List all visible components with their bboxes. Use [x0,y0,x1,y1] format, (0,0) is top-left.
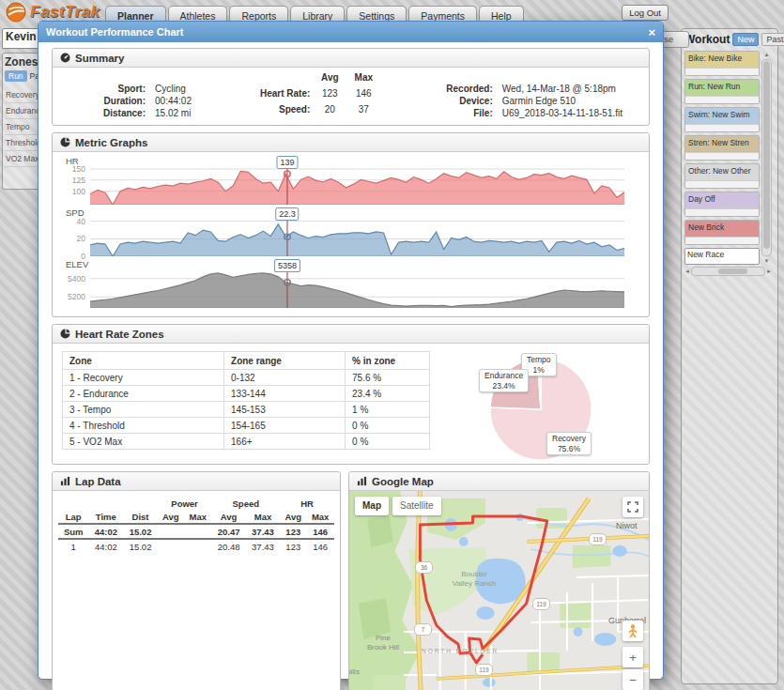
hr-zones-table: Zone Zone range % in zone 1 - Recovery0-… [62,351,430,450]
axis-tick-label: 5200 [68,292,85,301]
race-select[interactable]: New Race [684,248,760,265]
summary-col-2: AvgMax Heart Rate:123146 Speed:2037 [260,72,377,118]
card-label: Stren: New Stren [685,136,759,152]
google-map-panel: Google Map [348,471,650,690]
map-canvas[interactable]: NiwotGunbarrelBoulderValley RanchPineBro… [349,491,649,690]
hr-chart-label: HR [66,156,649,168]
spd-chart-label: SPD [66,207,649,220]
workout-tab-new[interactable]: New [732,33,759,46]
workout-sidebar-title: Workout [684,33,730,46]
elev-area-chart[interactable]: 5358 [90,271,624,308]
logout-button[interactable]: Log Out [622,5,669,21]
summary-value: 00:44:02 [155,96,192,106]
table-row: 5 - VO2 Max166+0 % [63,434,430,450]
zoom-in-button[interactable]: + [623,647,643,667]
card-body [685,124,759,131]
workout-performance-modal: Workout Performance Chart × Summary Spor… [38,21,664,680]
workout-card-bike[interactable]: Bike: New Bike [684,51,760,76]
hr-zones-body: Zone Zone range % in zone 1 - Recovery0-… [53,351,649,464]
bar-chart-icon [60,476,70,486]
card-body [685,208,759,216]
workout-card-brick[interactable]: New Brick [684,220,760,245]
workout-card-dayoff[interactable]: Day Off [684,192,760,217]
workout-sidebar: Workout New Past Bike: New Bike Run: New… [681,28,778,684]
scroll-left-icon[interactable]: ◄ [684,268,690,274]
scroll-right-icon[interactable]: ► [766,268,772,274]
zone-item-tempo[interactable]: Tempo [5,119,38,135]
avg-header: Avg [315,72,344,86]
table-row: 4 - Threshold154-1650 % [63,418,430,434]
summary-title: Summary [75,53,124,64]
summary-col-1: Sport:Cycling Duration:00:44:02 Distance… [103,84,192,118]
card-body [685,68,759,75]
summary-value: 20 [315,104,344,118]
summary-label: Speed: [260,104,310,118]
map-type-button[interactable]: Map [355,497,389,515]
summary-value: 15.02 mi [155,108,192,118]
zone-tab-run[interactable]: Run [5,70,27,82]
summary-panel: Summary Sport:Cycling Duration:00:44:02 … [52,48,650,126]
bar-chart-icon [357,476,367,486]
table-row: 2 - Endurance133-14423.4 % [63,386,430,402]
summary-value: 123 [315,88,344,102]
summary-value: Cycling [155,84,192,94]
summary-label: Sport: [103,84,146,94]
workout-card-run[interactable]: Run: New Run [684,79,760,104]
modal-title: Workout Performance Chart [46,26,648,38]
table-row: 3 - Tempo145-1531 % [63,402,430,418]
zone-item-endurance[interactable]: Endurance [5,103,38,119]
zones-title: Zones [5,55,38,69]
horizontal-scrollbar[interactable]: ◄ ► [684,267,772,276]
workout-card-stren[interactable]: Stren: New Stren [684,135,760,161]
modal-body: Summary Sport:Cycling Duration:00:44:02 … [38,42,663,690]
scroll-up-icon[interactable]: ▲ [764,51,770,58]
pie-chart-icon [60,137,70,147]
pie-label-endurance: Endurance23.4% [479,369,529,392]
scroll-thumb-h[interactable] [718,268,747,274]
street-view-pegman-icon[interactable] [623,621,643,641]
hr-area-chart[interactable]: 139 [90,168,624,205]
zoom-out-button[interactable]: − [623,669,643,690]
card-body [685,152,759,160]
modal-close-icon[interactable]: × [648,26,655,38]
zone-item-recovery[interactable]: Recovery [5,87,38,103]
spd-area-chart[interactable]: 22.3 [90,220,624,256]
summary-body: Sport:Cycling Duration:00:44:02 Distance… [53,68,649,125]
workout-card-other[interactable]: Other: New Other [684,163,760,189]
workout-card-list: Bike: New Bike Run: New Run Swim: New Sw… [684,51,760,265]
highway-shield: 119 [475,664,493,676]
axis-tick-label: 40 [77,217,85,226]
chart-cursor-tooltip: 5358 [274,259,300,272]
max-header: Max [349,72,377,86]
modal-header[interactable]: Workout Performance Chart × [38,22,663,42]
fullscreen-icon[interactable] [623,497,643,517]
vertical-scrollbar[interactable]: ▲ ▼ [761,51,772,265]
workout-tab-past[interactable]: Past [761,33,784,46]
satellite-button[interactable]: Satellite [392,497,441,515]
summary-label: Heart Rate: [260,88,310,102]
group-header-speed: Speed [211,497,280,510]
scroll-thumb[interactable] [763,61,770,249]
scroll-down-icon[interactable]: ▼ [764,257,770,265]
card-label: New Brick [685,221,759,237]
zone-item-vo2max[interactable]: VO2 Max [5,151,38,167]
app-root: FastTrak Planner Athletes Reports Librar… [0,0,784,690]
brand-name: FastTrak [30,3,100,22]
summary-label: Duration: [103,96,146,106]
highway-shield: 119 [589,533,607,545]
axis-tick-label: 20 [77,234,85,243]
metric-graphs-panel: Metric Graphs HR 150125100139 SPD 402002… [52,132,650,317]
google-map-title: Google Map [372,476,434,487]
card-label: Other: New Other [685,164,759,180]
summary-label: Recorded: [446,84,492,94]
axis-tick-label: 0 [81,252,85,261]
card-label: Bike: New Bike [685,52,759,68]
zone-item-threshold[interactable]: Threshold [5,135,38,151]
pie-chart-icon [60,329,70,339]
fasttrak-logo-icon [6,2,26,23]
map-base-layer [349,491,649,690]
left-sidebar: Kevin H Zones Run Pace Recovery Enduranc… [2,28,40,686]
workout-card-swim[interactable]: Swim: New Swim [684,107,760,132]
summary-label: File: [446,108,492,118]
chart-cursor-tooltip: 139 [276,156,298,169]
